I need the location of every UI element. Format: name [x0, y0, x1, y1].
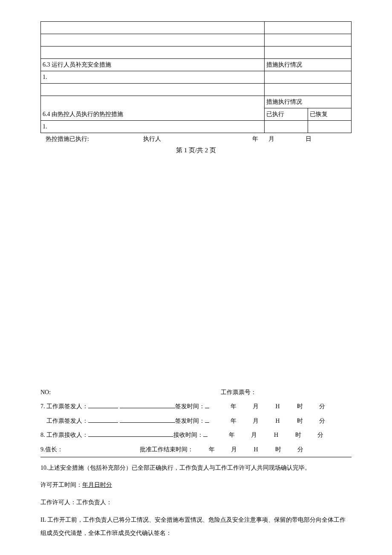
empty-cell [41, 34, 265, 46]
line-10b: 许可开工时间：年月日时分 [40, 479, 352, 492]
line-7-issuer: 7. 工作票签发人： 签发时间： 年 月 H 时 分 [40, 399, 352, 414]
empty-cell [264, 121, 308, 133]
line-7b-issuer: 工作票签发人： 签发时间： 年 月 H 时 分 [40, 414, 352, 428]
ticket-no-label: 工作票票号： [221, 385, 352, 400]
section-6-4-title: 6.4 由热控人员执行的热控措施 [41, 96, 265, 121]
minute-label: 分 [315, 399, 329, 414]
section-6-3-item: 1. [41, 71, 265, 84]
empty-cell [264, 22, 351, 34]
l7-label: 7. 工作票签发人： [40, 399, 88, 414]
hour-label: 时 [291, 428, 306, 442]
no-label: NO: [40, 385, 221, 400]
line-8-receiver: 8. 工作票接收人： 接收时间： 年 月 H 时 分 [40, 428, 352, 442]
l8-label: 8. 工作票接收人： [40, 428, 88, 442]
month-label: 月 [248, 414, 263, 428]
blank-field[interactable] [205, 402, 209, 408]
blank-field[interactable] [88, 416, 118, 423]
section-6-4-restored-header: 已恢复 [308, 108, 351, 121]
l7b-label: 工作票签发人： [46, 414, 88, 428]
empty-cell [41, 46, 265, 59]
section-6-4-status-header: 措施执行情况 [264, 96, 351, 108]
sign-time-label: 签发时间： [175, 414, 205, 428]
line-10-confirmation: 10.上述安全措施（包括补充部分）已全部正确执行，工作负责人与工作工作许可人共同… [40, 462, 352, 475]
blank-field[interactable] [88, 430, 118, 437]
hour-label: 时 [293, 414, 307, 428]
section-6-4-executed-header: 已执行 [264, 108, 308, 121]
empty-cell [308, 121, 351, 133]
empty-cell [264, 46, 351, 59]
blank-field[interactable] [203, 430, 208, 437]
year-label: 年 [226, 414, 241, 428]
h-label: H [271, 399, 285, 414]
exec-prefix: 热控措施已执行: [40, 135, 143, 143]
month-label: 月 [227, 442, 241, 457]
l9b-label: 批准工作结束时间： [140, 442, 193, 457]
line-9-shift-leader: 9.值长： 批准工作结束时间： 年 月 H 时 分 [40, 442, 352, 457]
h-label: H [271, 414, 285, 428]
l9a-label: 9.值长： [40, 442, 63, 457]
empty-cell [264, 84, 351, 96]
blank-field[interactable] [120, 402, 175, 408]
blank-field[interactable] [120, 416, 175, 423]
h-label: H [249, 442, 263, 457]
blank-field[interactable] [205, 416, 209, 423]
empty-cell [41, 22, 265, 34]
sign-time-label: 签发时间： [175, 399, 205, 414]
minute-label: 分 [315, 414, 329, 428]
minute-label: 分 [293, 442, 308, 457]
start-time-label: 许可开工时间： [40, 482, 82, 488]
start-time-value: 年月日时分 [82, 482, 112, 488]
year-label: 年 [205, 442, 219, 457]
blank-field[interactable] [118, 430, 173, 437]
section-6-4-item: 1. [41, 121, 265, 133]
blank-field[interactable] [88, 402, 118, 408]
year-label: 年 [226, 399, 241, 414]
month-label: 月 [247, 428, 261, 442]
section-6-3-status-header: 措施执行情况 [264, 59, 351, 71]
recv-time-label: 接收时间： [173, 428, 203, 442]
hour-label: 时 [293, 399, 307, 414]
ticket-no-row: NO: 工作票票号： [40, 385, 352, 400]
hour-label: 时 [271, 442, 285, 457]
exec-day: 日 [297, 135, 352, 143]
h-label: H [269, 428, 283, 442]
empty-cell [264, 71, 351, 84]
minute-label: 分 [313, 428, 328, 442]
section-6-3-title: 6.3 运行人员补充安全措施 [41, 59, 265, 71]
exec-person-label: 执行人 [143, 135, 206, 143]
year-label: 年 [225, 428, 239, 442]
line-11-briefing: IL 工作开工前，工作负责人已将分工情况、安全措施布置情况、危险点及安全注意事项… [40, 514, 352, 540]
empty-cell [41, 84, 265, 96]
line-10c-signers: 工作许可人：工作负责人： [40, 496, 352, 509]
empty-cell [264, 34, 351, 46]
month-label: 月 [248, 399, 263, 414]
exec-month: 月 [268, 135, 297, 143]
exec-year: 年 [206, 135, 268, 143]
execution-confirm-line: 热控措施已执行: 执行人 年 月 日 [40, 135, 352, 143]
safety-measures-table: 6.3 运行人员补充安全措施 措施执行情况 1. 6.4 由热控人员执行的热控措… [40, 21, 352, 133]
page-number: 第 1 页/共 2 页 [40, 146, 352, 155]
